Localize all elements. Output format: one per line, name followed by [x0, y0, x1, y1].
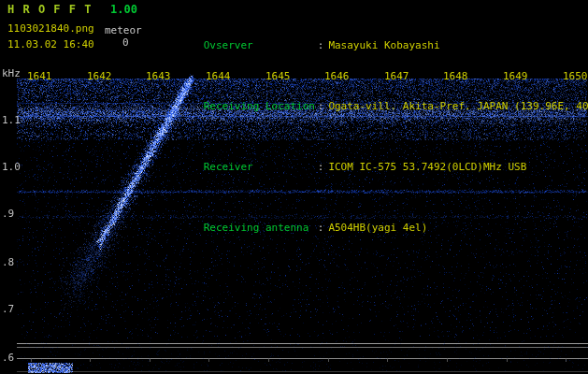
station-info: Ovserver:Masayuki Kobayashi Receiving Lo… [166, 3, 588, 270]
y-tick-0-7: .7 [2, 303, 14, 315]
info-label-location: Receiving Location [204, 100, 318, 112]
output-filename: 1103021840.png [7, 22, 94, 35]
x-tick-1646: 1646 [324, 70, 350, 82]
y-tick-1-1: 1.1 [2, 114, 21, 126]
info-colon: : [318, 161, 324, 173]
info-colon: : [318, 39, 324, 51]
info-label-receiver: Receiver [204, 161, 318, 173]
info-row-observer: Ovserver:Masayuki Kobayashi [166, 27, 588, 64]
x-tick-1641: 1641 [27, 70, 52, 82]
y-tick-0-8: .8 [2, 256, 14, 268]
x-tick-1649: 1649 [503, 70, 528, 82]
info-label-antenna: Receiving antenna [204, 222, 318, 234]
observation-datetime: 11.03.02 16:40 [7, 38, 94, 50]
x-tick-1648: 1648 [443, 70, 468, 82]
x-tick-1647: 1647 [384, 70, 409, 82]
app-title: H R O F F T [7, 3, 92, 16]
y-axis-unit: kHz [2, 67, 21, 79]
meteor-count-value: 0 [122, 36, 129, 49]
info-colon: : [318, 100, 324, 112]
info-value-location: Ogata-vill. Akita-Pref. JAPAN (139.96E, … [328, 100, 588, 112]
x-tick-1643: 1643 [146, 70, 171, 82]
app-version: 1.00 [110, 3, 137, 16]
info-row-receiver: Receiver:ICOM IC-575 53.7492(0LCD)MHz US… [166, 149, 588, 185]
y-tick-0-9: .9 [2, 208, 14, 220]
y-tick-1-0: 1.0 [2, 161, 21, 173]
meteor-count-label: meteor [105, 24, 142, 36]
y-tick-0-6: .6 [2, 352, 14, 364]
info-colon: : [318, 222, 324, 234]
info-row-antenna: Receiving antenna:A504HB(yagi 4el) [166, 209, 588, 246]
x-tick-1645: 1645 [265, 70, 291, 82]
x-tick-1650: 1650 [563, 70, 588, 82]
info-value-observer: Masayuki Kobayashi [328, 39, 439, 51]
info-row-location: Receiving Location:Ogata-vill. Akita-Pre… [166, 88, 588, 124]
hrofft-window: H R O F F T 1.00 1103021840.png meteor 0… [0, 0, 588, 374]
x-tick-1642: 1642 [87, 70, 112, 82]
x-tick-1644: 1644 [206, 70, 231, 82]
info-value-receiver: ICOM IC-575 53.7492(0LCD)MHz USB [328, 161, 526, 173]
info-value-antenna: A504HB(yagi 4el) [328, 222, 427, 234]
info-label-observer: Ovserver [204, 39, 318, 51]
